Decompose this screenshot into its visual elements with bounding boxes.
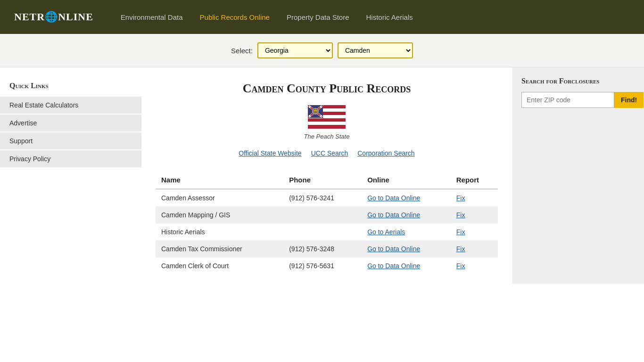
foreclosure-title: Search for Forclosures (521, 77, 635, 85)
nav-public-records[interactable]: Public Records Online (191, 0, 278, 34)
online-link[interactable]: Go to Data Online (367, 194, 420, 202)
svg-rect-3 (308, 122, 346, 125)
ucc-search-link[interactable]: UCC Search (311, 149, 348, 157)
record-name: Camden Clerk of Court (156, 257, 283, 274)
record-report: Fix (451, 223, 498, 240)
record-report: Fix (451, 206, 498, 223)
online-link[interactable]: Go to Data Online (367, 211, 420, 219)
table-row: Camden Assessor(912) 576-3241Go to Data … (156, 189, 498, 206)
record-online: Go to Aerials (362, 223, 451, 240)
official-state-link[interactable]: Official State Website (239, 149, 301, 157)
sidebar-item-advertise[interactable]: Advertise (0, 115, 141, 132)
right-sidebar: Search for Forclosures Find! (512, 67, 644, 284)
table-row: Camden Mapping / GISGo to Data OnlineFix (156, 206, 498, 223)
table-row: Camden Clerk of Court(912) 576-5631Go to… (156, 257, 498, 274)
county-select[interactable]: Camden Fulton Gwinnett (338, 42, 413, 58)
corp-search-link[interactable]: Corporation Search (357, 149, 414, 157)
col-phone: Phone (283, 171, 362, 189)
record-phone: (912) 576-3248 (283, 240, 362, 257)
record-online: Go to Data Online (362, 206, 451, 223)
site-header: NETR🌐NLINE Environmental Data Public Rec… (0, 0, 644, 34)
report-link[interactable]: Fix (456, 211, 465, 219)
col-name: Name (156, 171, 283, 189)
site-logo[interactable]: NETR🌐NLINE (14, 11, 93, 23)
select-area: Select: Georgia Alabama Florida Camden F… (0, 34, 644, 67)
state-nickname: The Peach State (156, 133, 498, 140)
record-name: Camden Assessor (156, 189, 283, 206)
page-title: Camden County Public Records (156, 82, 498, 96)
sidebar-item-privacy[interactable]: Privacy Policy (0, 150, 141, 167)
record-report: Fix (451, 257, 498, 274)
zip-search-area: Find! (521, 92, 635, 108)
svg-point-11 (320, 106, 322, 108)
svg-point-12 (309, 115, 311, 117)
record-phone: (912) 576-5631 (283, 257, 362, 274)
main-nav: Environmental Data Public Records Online… (112, 0, 421, 34)
table-row: Camden Tax Commissioner(912) 576-3248Go … (156, 240, 498, 257)
svg-point-10 (309, 106, 311, 108)
zip-input[interactable] (521, 92, 614, 108)
select-label: Select: (231, 47, 253, 55)
report-link[interactable]: Fix (456, 262, 465, 270)
record-name: Historic Aerials (156, 223, 283, 240)
record-online: Go to Data Online (362, 257, 451, 274)
left-sidebar: Quick Links Real Estate Calculators Adve… (0, 67, 141, 284)
online-link[interactable]: Go to Data Online (367, 245, 420, 253)
record-report: Fix (451, 189, 498, 206)
state-flag: GA (156, 105, 498, 130)
sidebar-item-real-estate[interactable]: Real Estate Calculators (0, 97, 141, 114)
online-link[interactable]: Go to Aerials (367, 228, 405, 236)
record-online: Go to Data Online (362, 240, 451, 257)
col-report: Report (451, 171, 498, 189)
main-content: Camden County Public Records (141, 67, 512, 284)
record-phone (283, 206, 362, 223)
record-online: Go to Data Online (362, 189, 451, 206)
sidebar-item-support[interactable]: Support (0, 132, 141, 149)
report-link[interactable]: Fix (456, 245, 465, 253)
report-link[interactable]: Fix (456, 194, 465, 202)
nav-environmental[interactable]: Environmental Data (112, 0, 191, 34)
state-links: Official State Website UCC Search Corpor… (156, 149, 498, 157)
record-name: Camden Mapping / GIS (156, 206, 283, 223)
svg-point-13 (320, 115, 322, 117)
find-button[interactable]: Find! (614, 92, 644, 108)
nav-historic-aerials[interactable]: Historic Aerials (358, 0, 421, 34)
record-phone (283, 223, 362, 240)
main-container: Quick Links Real Estate Calculators Adve… (0, 67, 644, 284)
record-name: Camden Tax Commissioner (156, 240, 283, 257)
table-row: Historic AerialsGo to AerialsFix (156, 223, 498, 240)
nav-property-data[interactable]: Property Data Store (278, 0, 358, 34)
state-select[interactable]: Georgia Alabama Florida (257, 42, 333, 58)
online-link[interactable]: Go to Data Online (367, 262, 420, 270)
svg-text:GA: GA (314, 111, 317, 113)
globe-icon: 🌐 (45, 11, 58, 23)
report-link[interactable]: Fix (456, 228, 465, 236)
record-report: Fix (451, 240, 498, 257)
sidebar-title: Quick Links (0, 77, 141, 97)
records-table: Name Phone Online Report Camden Assessor… (156, 171, 498, 274)
col-online: Online (362, 171, 451, 189)
record-phone: (912) 576-3241 (283, 189, 362, 206)
